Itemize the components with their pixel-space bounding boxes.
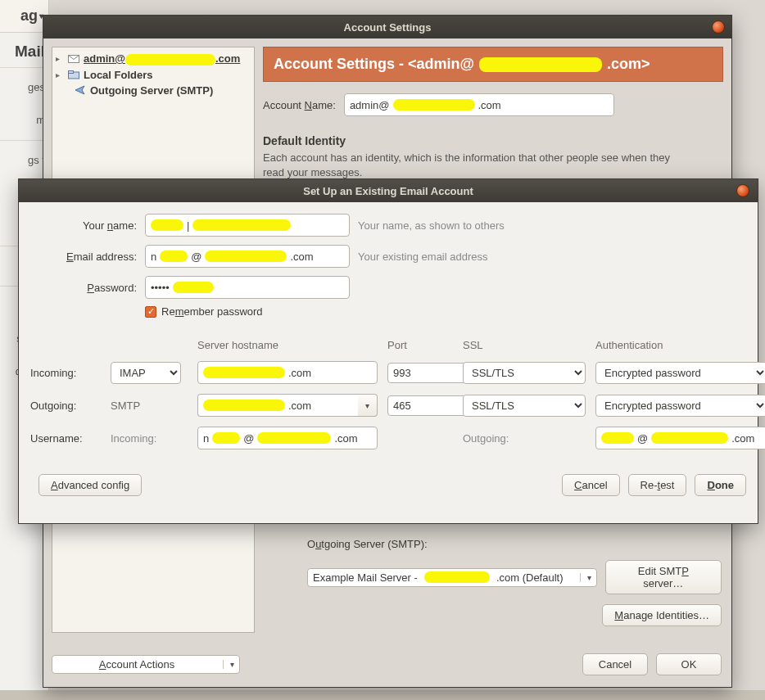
- port-header: Port: [387, 339, 453, 351]
- account-name-input[interactable]: admin@ .com: [344, 93, 614, 116]
- outgoing-server-label: Outgoing Server (SMTP):: [307, 538, 428, 550]
- bg-item: gs f: [0, 144, 48, 177]
- bg-item: ges: [0, 71, 48, 104]
- incoming-hostname-input[interactable]: .com: [197, 361, 378, 384]
- outgoing-ssl-select[interactable]: SSL/TLS: [463, 395, 586, 417]
- hostname-header: Server hostname: [197, 339, 378, 351]
- bg-bottom-strip: [0, 690, 765, 700]
- incoming-ssl-select[interactable]: SSL/TLS: [463, 362, 586, 384]
- svg-rect-2: [69, 70, 74, 73]
- manage-identities-button[interactable]: Manage Identities…: [602, 604, 722, 626]
- account-settings-title: Account Settings: [344, 21, 432, 34]
- close-icon[interactable]: [736, 184, 749, 197]
- chevron-down-icon: ▾: [580, 573, 591, 582]
- folder-icon: [67, 70, 80, 79]
- done-button[interactable]: Done: [695, 474, 746, 496]
- incoming-label: Incoming:: [30, 367, 101, 379]
- edit-smtp-button[interactable]: Edit SMTP server…: [605, 560, 722, 594]
- account-settings-titlebar[interactable]: Account Settings: [43, 16, 731, 38]
- default-identity-title: Default Identity: [263, 134, 723, 147]
- incoming-protocol-select[interactable]: IMAP: [111, 362, 181, 384]
- your-name-hint: Your name, as shown to others: [358, 219, 746, 232]
- account-name-label: Account Name:: [263, 99, 336, 111]
- outgoing-port[interactable]: ▾: [387, 395, 453, 416]
- bg-tag-header: ag ▾: [0, 0, 48, 33]
- account-settings-banner: Account Settings - <admin@.com>: [263, 47, 723, 82]
- cancel-button[interactable]: Cancel: [562, 474, 619, 496]
- password-input[interactable]: •••••: [145, 276, 350, 299]
- chevron-down-icon[interactable]: ▾: [358, 394, 378, 417]
- expand-icon[interactable]: ▸: [56, 54, 64, 63]
- setup-title: Set Up an Existing Email Account: [303, 185, 473, 197]
- advanced-config-button[interactable]: Advanced config: [38, 474, 142, 496]
- username-incoming-label: Incoming:: [111, 432, 188, 445]
- outgoing-protocol-label: SMTP: [111, 400, 188, 412]
- username-outgoing-input[interactable]: @.com: [595, 427, 765, 449]
- cancel-button[interactable]: Cancel: [582, 653, 648, 675]
- tree-outgoing[interactable]: Outgoing Server (SMTP): [56, 83, 251, 98]
- email-label: Email address:: [30, 251, 137, 263]
- bg-tag-label: ag: [20, 7, 38, 25]
- username-incoming-input[interactable]: n@.com: [197, 427, 378, 449]
- tree-account-item[interactable]: ▸ admin@.com: [56, 51, 251, 67]
- setup-titlebar[interactable]: Set Up an Existing Email Account: [19, 179, 758, 202]
- tree-local-folders[interactable]: ▸ Local Folders: [56, 67, 251, 83]
- retest-button[interactable]: Re-test: [628, 474, 687, 496]
- remember-password-label: Remember password: [161, 305, 263, 318]
- your-name-input[interactable]: |: [145, 214, 350, 237]
- outgoing-auth-select[interactable]: Encrypted password: [595, 395, 765, 417]
- outgoing-label: Outgoing:: [30, 400, 101, 412]
- email-hint: Your existing email address: [358, 251, 746, 263]
- your-name-label: Your name:: [30, 219, 137, 232]
- email-input[interactable]: n@.com: [145, 245, 350, 268]
- tree-outgoing-label: Outgoing Server (SMTP): [90, 84, 213, 97]
- outgoing-server-combo[interactable]: Example Mail Server - .com (Default) ▾: [307, 568, 597, 587]
- account-settings-lower: Outgoing Server (SMTP): Example Mail Ser…: [307, 538, 722, 636]
- default-identity-desc: Each account has an identity, which is t…: [263, 151, 689, 179]
- outgoing-hostname[interactable]: .com ▾: [197, 394, 378, 417]
- bg-mail-label: Mail: [0, 33, 48, 64]
- mail-icon: [67, 54, 80, 64]
- send-icon: [74, 85, 87, 95]
- chevron-down-icon: ▾: [223, 660, 234, 669]
- incoming-auth-select[interactable]: Encrypted password: [595, 362, 765, 384]
- password-label: Password:: [30, 282, 137, 294]
- tree-local-folders-label: Local Folders: [84, 69, 153, 81]
- incoming-port[interactable]: ▾: [387, 363, 453, 383]
- username-label: Username:: [30, 432, 101, 445]
- expand-icon[interactable]: ▸: [56, 70, 64, 79]
- username-outgoing-label: Outgoing:: [463, 432, 586, 445]
- remember-password-checkbox[interactable]: ✓: [145, 306, 156, 318]
- account-actions-combo[interactable]: Account Actions ▾: [52, 655, 240, 674]
- ok-button[interactable]: OK: [656, 653, 722, 675]
- setup-account-dialog: Set Up an Existing Email Account Your na…: [18, 178, 758, 524]
- close-icon[interactable]: [712, 20, 725, 34]
- bg-item: m: [0, 104, 48, 137]
- ssl-header: SSL: [463, 339, 586, 351]
- auth-header: Authentication: [595, 339, 765, 351]
- tree-account-label: admin@.com: [84, 52, 240, 65]
